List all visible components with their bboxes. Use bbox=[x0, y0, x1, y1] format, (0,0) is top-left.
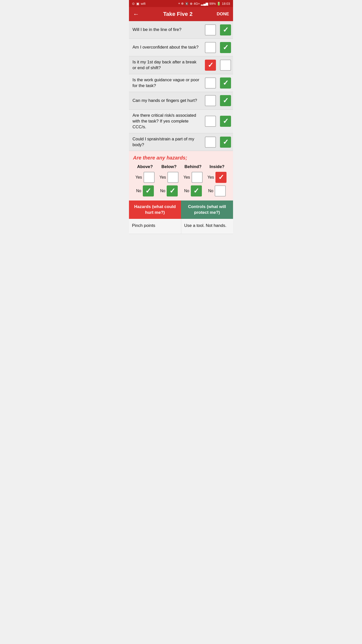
questions-section: Will I be in the line of fire? ✓ Am I ov… bbox=[129, 21, 233, 151]
yes-checkbox-cell bbox=[218, 58, 233, 73]
hazard-no-label-below: No bbox=[160, 189, 165, 193]
checkbox-group: ✓ bbox=[203, 114, 233, 129]
hazard-yes-row-below: Yes bbox=[159, 172, 178, 183]
hazard-yes-label-behind: Yes bbox=[184, 175, 190, 180]
no-checkbox[interactable]: ✓ bbox=[205, 60, 216, 71]
no-checkbox-cell bbox=[203, 135, 218, 150]
no-checkbox[interactable] bbox=[205, 116, 216, 127]
hazard-no-checkbox-inside[interactable] bbox=[215, 185, 226, 196]
hazard-yes-checkbox-behind[interactable] bbox=[192, 172, 203, 183]
hazard-col-behind: Behind?YesNo✓ bbox=[181, 164, 205, 196]
yes-checkbox[interactable]: ✓ bbox=[220, 24, 231, 35]
app-icon-2: ▣ bbox=[136, 2, 139, 6]
bottom-table: Hazards (what could hurt me?) Controls (… bbox=[129, 200, 233, 234]
no-checkbox[interactable] bbox=[205, 42, 216, 53]
checkbox-group: ✓ bbox=[203, 93, 233, 108]
hazard-no-row-behind: No✓ bbox=[184, 185, 202, 196]
hazards-title: Are there any hazards; bbox=[133, 155, 229, 161]
question-text: Can my hands or fingers get hurt? bbox=[129, 95, 203, 107]
yes-checkbox-cell: ✓ bbox=[218, 135, 233, 150]
question-text: Could I sprain/strain a part of my body? bbox=[129, 133, 203, 151]
bottom-table-row: Pinch points Use a tool. Not hands. bbox=[129, 219, 233, 234]
hazard-label-below: Below? bbox=[161, 164, 176, 169]
app-bar: ← Take Five 2 DONE bbox=[129, 7, 233, 21]
question-row: Can my hands or fingers get hurt? ✓ bbox=[129, 92, 233, 110]
status-bar: ⊙ ▣ wifi ⌖ ✲ 🔇 ⊕ 4G+ ▂▄▆ 99% 🔋 18:03 bbox=[129, 0, 233, 7]
yes-checkbox-cell: ✓ bbox=[218, 114, 233, 129]
hazard-no-row-above: No✓ bbox=[136, 185, 154, 196]
yes-checkbox[interactable]: ✓ bbox=[220, 77, 231, 89]
checkbox-group: ✓ bbox=[203, 40, 233, 55]
hazard-yes-checkbox-inside[interactable]: ✓ bbox=[215, 172, 227, 183]
app-icon-3: wifi bbox=[141, 2, 146, 6]
hazard-label-behind: Behind? bbox=[185, 164, 202, 169]
hazard-col-inside: Inside?Yes✓No bbox=[205, 164, 229, 196]
yes-checkbox-cell: ✓ bbox=[218, 40, 233, 55]
location-icon: ⌖ bbox=[178, 2, 180, 6]
hazard-yes-label-below: Yes bbox=[159, 175, 166, 180]
question-text: Will I be in the line of fire? bbox=[129, 24, 203, 36]
time-display: 18:03 bbox=[222, 2, 230, 6]
yes-checkbox-cell: ✓ bbox=[218, 75, 233, 91]
bottom-table-body: Pinch points Use a tool. Not hands. bbox=[129, 219, 233, 234]
signal-bars: ▂▄▆ bbox=[201, 2, 208, 6]
hazard-yes-checkbox-below[interactable] bbox=[167, 172, 178, 183]
hazard-yes-checkbox-above[interactable] bbox=[144, 172, 155, 183]
status-bar-left: ⊙ ▣ wifi bbox=[132, 2, 146, 6]
no-checkbox[interactable] bbox=[205, 77, 216, 89]
hazard-yes-row-above: Yes bbox=[135, 172, 155, 183]
question-row: Is the work guidance vague or poor for t… bbox=[129, 74, 233, 92]
question-row: Could I sprain/strain a part of my body?… bbox=[129, 133, 233, 151]
no-checkbox-cell bbox=[203, 75, 218, 91]
hazards-section: Are there any hazards; Above?YesNo✓Below… bbox=[129, 151, 233, 200]
yes-checkbox-cell: ✓ bbox=[218, 93, 233, 108]
hazards-column-header: Hazards (what could hurt me?) bbox=[129, 200, 181, 219]
question-row: Will I be in the line of fire? ✓ bbox=[129, 21, 233, 39]
back-button[interactable]: ← bbox=[133, 11, 139, 18]
hazard-yes-row-inside: Yes✓ bbox=[207, 172, 227, 183]
hazard-col-below: Below?YesNo✓ bbox=[157, 164, 181, 196]
hazard-yes-label-above: Yes bbox=[135, 175, 142, 180]
yes-checkbox[interactable]: ✓ bbox=[220, 42, 231, 53]
status-bar-right: ⌖ ✲ 🔇 ⊕ 4G+ ▂▄▆ 99% 🔋 18:03 bbox=[178, 2, 230, 6]
hazard-yes-row-behind: Yes bbox=[184, 172, 203, 183]
no-checkbox[interactable] bbox=[205, 137, 216, 148]
question-text: Is it my 1st day back after a break or e… bbox=[129, 56, 203, 74]
no-checkbox[interactable] bbox=[205, 24, 216, 35]
hazard-cell: Pinch points bbox=[129, 219, 181, 234]
checkbox-group: ✓ bbox=[203, 22, 233, 37]
bottom-table-header: Hazards (what could hurt me?) Controls (… bbox=[129, 200, 233, 219]
yes-checkbox[interactable]: ✓ bbox=[220, 95, 231, 106]
hazard-no-checkbox-below[interactable]: ✓ bbox=[167, 185, 178, 196]
mute-icon: 🔇 bbox=[185, 2, 189, 6]
page-title: Take Five 2 bbox=[163, 11, 193, 17]
battery-percent: 99% bbox=[209, 2, 216, 6]
yes-checkbox-cell: ✓ bbox=[218, 22, 233, 37]
control-cell: Use a tool. Not hands. bbox=[181, 219, 233, 234]
hazard-no-label-inside: No bbox=[208, 189, 213, 193]
hazard-col-above: Above?YesNo✓ bbox=[133, 164, 157, 196]
no-checkbox-cell: ✓ bbox=[203, 58, 218, 73]
hazard-no-checkbox-behind[interactable]: ✓ bbox=[191, 185, 202, 196]
hazard-no-label-behind: No bbox=[184, 189, 189, 193]
checkbox-group: ✓ bbox=[203, 58, 233, 73]
yes-checkbox[interactable]: ✓ bbox=[220, 137, 231, 148]
hazard-no-checkbox-above[interactable]: ✓ bbox=[143, 185, 154, 196]
no-checkbox-cell bbox=[203, 22, 218, 37]
question-text: Are there critical risk/s associated wit… bbox=[129, 110, 203, 133]
hazard-no-label-above: No bbox=[136, 189, 141, 193]
question-text: Am I overconfident about the task? bbox=[129, 42, 203, 53]
yes-checkbox[interactable]: ✓ bbox=[220, 116, 231, 127]
hazards-grid: Above?YesNo✓Below?YesNo✓Behind?YesNo✓Ins… bbox=[133, 164, 229, 196]
bluetooth-icon: ✲ bbox=[181, 2, 184, 6]
battery-icon: 🔋 bbox=[217, 2, 221, 6]
no-checkbox-cell bbox=[203, 40, 218, 55]
controls-column-header: Controls (what will protect me?) bbox=[181, 200, 233, 219]
done-button[interactable]: DONE bbox=[217, 12, 229, 17]
question-row: Am I overconfident about the task? ✓ bbox=[129, 39, 233, 56]
yes-checkbox[interactable] bbox=[220, 60, 231, 71]
hazard-label-inside: Inside? bbox=[209, 164, 224, 169]
hazard-label-above: Above? bbox=[137, 164, 153, 169]
no-checkbox[interactable] bbox=[205, 95, 216, 106]
hazard-no-row-below: No✓ bbox=[160, 185, 178, 196]
